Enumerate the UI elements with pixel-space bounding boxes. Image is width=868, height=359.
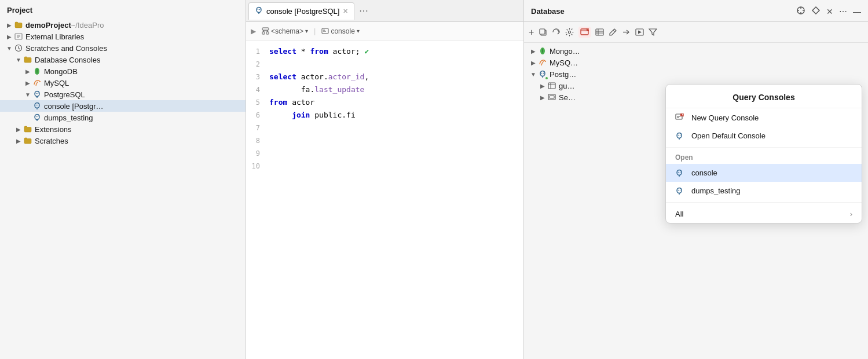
pg-child2-label: Se… bbox=[559, 93, 576, 102]
new-query-console-item[interactable]: ✕ New Query Console bbox=[666, 108, 862, 127]
db-tree-item-postgres[interactable]: ▼ Postg… bbox=[524, 68, 868, 80]
connection-dot bbox=[545, 76, 548, 80]
code-line-2: 2 bbox=[246, 58, 523, 71]
table-icon bbox=[547, 81, 556, 90]
folder-icon bbox=[23, 136, 32, 145]
table-icon[interactable] bbox=[595, 28, 604, 36]
project-panel: Project ▶ demoProject ~/IdeaPro ▶ Extern… bbox=[0, 0, 246, 359]
tree-item-postgresql[interactable]: ▼ PostgreSQL bbox=[0, 89, 246, 100]
new-query-console-label: New Query Console bbox=[691, 113, 759, 122]
tree-item-mongodb[interactable]: ▶ MongoDB bbox=[0, 65, 246, 77]
code-line-4: 4 fa.last_update bbox=[246, 83, 523, 96]
minimize-icon[interactable]: — bbox=[853, 7, 861, 16]
chevron-icon: ▶ bbox=[538, 81, 547, 90]
chevron-right-icon: › bbox=[850, 210, 852, 218]
chevron-icon: ▶ bbox=[23, 78, 32, 87]
tree-item-mysql[interactable]: ▶ MySQL bbox=[0, 77, 246, 89]
nav-forward-icon: ▶ bbox=[251, 27, 256, 35]
tab-more-button[interactable]: ⋯ bbox=[356, 5, 372, 16]
svg-point-9 bbox=[35, 91, 39, 97]
toolbar-separator: | bbox=[314, 27, 316, 35]
chevron-icon: ▶ bbox=[5, 20, 14, 30]
svg-point-80 bbox=[677, 188, 682, 193]
code-line-3: 3 select actor.actor_id, bbox=[246, 71, 523, 83]
clock-icon bbox=[14, 43, 23, 53]
copy-icon[interactable] bbox=[539, 28, 547, 36]
svg-rect-25 bbox=[262, 28, 269, 30]
mongodb-label: MongoDB bbox=[44, 67, 78, 76]
popup-all-label: All bbox=[675, 210, 683, 218]
code-line-9: 9 bbox=[246, 147, 523, 160]
db-tree-item-mysql[interactable]: ▶ MySQ… bbox=[524, 57, 868, 68]
line-number: 1 bbox=[246, 45, 269, 58]
crosshair-icon[interactable] bbox=[796, 6, 805, 17]
mysql-label: MySQL bbox=[44, 79, 69, 87]
close-icon[interactable]: ✕ bbox=[826, 7, 833, 16]
editor-toolbar: ▶ <schema> ▾ | console ▾ bbox=[246, 22, 523, 41]
code-line-10: 10 bbox=[246, 160, 523, 173]
tree-item-extensions[interactable]: ▶ Extensions bbox=[0, 123, 246, 135]
extensions-label: Extensions bbox=[35, 125, 72, 134]
tree-item-db-consoles[interactable]: ▼ Database Consoles bbox=[0, 54, 246, 65]
svg-point-75 bbox=[680, 134, 681, 135]
svg-marker-55 bbox=[649, 29, 657, 35]
settings-icon[interactable] bbox=[565, 28, 574, 36]
svg-point-12 bbox=[38, 93, 39, 94]
popup-console-item[interactable]: console bbox=[666, 164, 862, 182]
code-text: join public.fi bbox=[269, 109, 356, 122]
schema-selector[interactable]: <schema> ▾ bbox=[259, 26, 310, 36]
open-default-console-item[interactable]: Open Default Console bbox=[666, 127, 862, 145]
scratches-label: Scratches bbox=[35, 137, 68, 145]
dumps-testing-label: dumps_testing bbox=[44, 113, 93, 122]
postgres-db-label: Postg… bbox=[550, 70, 576, 79]
console-selector[interactable]: console ▾ bbox=[319, 26, 361, 36]
run-icon[interactable] bbox=[635, 28, 644, 36]
db-tree-item-mongo[interactable]: ▶ Mongo… bbox=[524, 45, 868, 57]
chevron-down-icon: ▼ bbox=[23, 90, 32, 99]
svg-text:✕: ✕ bbox=[682, 113, 684, 116]
svg-point-79 bbox=[680, 171, 681, 173]
line-number: 7 bbox=[246, 122, 269, 134]
tab-console-postgresql[interactable]: console [PostgreSQL] ✕ bbox=[248, 2, 354, 20]
folder-icon bbox=[14, 20, 23, 30]
mongo-icon bbox=[32, 67, 42, 76]
tree-item-scratches-consoles[interactable]: ▼ Scratches and Consoles bbox=[0, 42, 246, 54]
svg-point-17 bbox=[35, 115, 39, 120]
svg-point-76 bbox=[677, 170, 682, 175]
chevron-icon: ▶ bbox=[529, 46, 538, 56]
project-panel-title: Project bbox=[0, 0, 246, 19]
svg-line-51 bbox=[613, 30, 615, 32]
editor-content[interactable]: 1 select * from actor; ✔ 2 3 select acto… bbox=[246, 41, 523, 359]
database-panel: Database ✕ ⋯ — + ✕ bbox=[524, 0, 868, 359]
query-console-icon[interactable]: ✕ bbox=[578, 27, 591, 38]
tree-item-scratches[interactable]: ▶ Scratches bbox=[0, 135, 246, 146]
editor-panel: console [PostgreSQL] ✕ ⋯ ▶ <schema> ▾ | … bbox=[246, 0, 524, 359]
tree-item-demo-project[interactable]: ▶ demoProject ~/IdeaPro bbox=[0, 19, 246, 31]
tree-item-dumps-testing[interactable]: dumps_testing bbox=[0, 112, 246, 123]
arrow-right-icon[interactable] bbox=[622, 28, 631, 36]
code-text: fa.last_update bbox=[269, 83, 364, 96]
code-text: select * from actor; ✔ bbox=[269, 45, 369, 58]
svg-point-78 bbox=[678, 171, 679, 173]
popup-all-item[interactable]: All › bbox=[666, 205, 862, 223]
svg-text:✕: ✕ bbox=[588, 28, 589, 31]
code-line-1: 1 select * from actor; ✔ bbox=[246, 45, 523, 58]
line-number: 4 bbox=[246, 83, 269, 96]
svg-point-8 bbox=[39, 81, 41, 82]
line-number: 2 bbox=[246, 58, 269, 71]
refresh-icon[interactable] bbox=[552, 28, 561, 36]
tree-item-console-pg[interactable]: console [Postgr… bbox=[0, 100, 246, 112]
chevron-down-icon: ▼ bbox=[529, 69, 538, 79]
more-icon[interactable]: ⋯ bbox=[839, 7, 847, 16]
pg-icon bbox=[32, 90, 42, 99]
tree-item-external-libs[interactable]: ▶ External Libraries bbox=[0, 31, 246, 42]
chevron-icon: ▶ bbox=[23, 67, 32, 76]
popup-dumps-item[interactable]: dumps_testing bbox=[666, 182, 862, 200]
svg-point-61 bbox=[543, 73, 544, 74]
filter-icon[interactable] bbox=[649, 28, 657, 36]
tab-close-button[interactable]: ✕ bbox=[343, 8, 348, 15]
add-icon[interactable]: + bbox=[529, 27, 534, 38]
diamond-icon[interactable] bbox=[811, 6, 821, 17]
edit-icon[interactable] bbox=[609, 28, 617, 36]
svg-point-19 bbox=[36, 116, 37, 118]
